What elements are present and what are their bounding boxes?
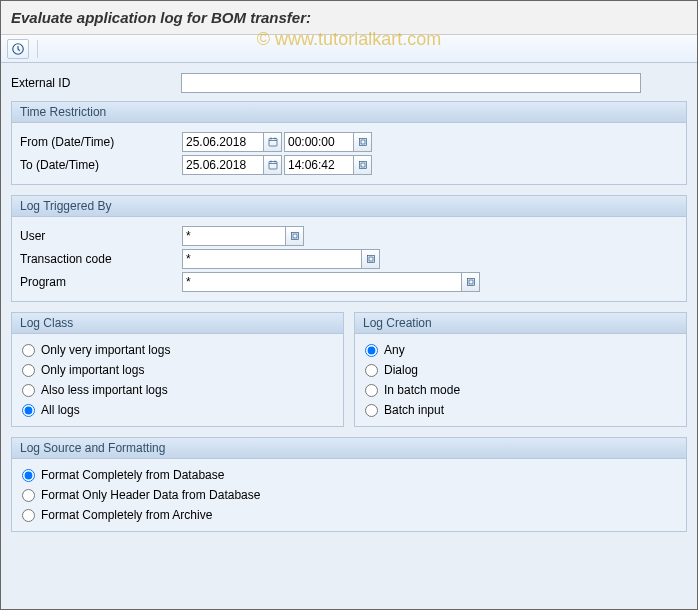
to-label: To (Date/Time) bbox=[20, 158, 182, 172]
log-creation-option: Dialog bbox=[363, 360, 678, 380]
content-area: External ID Time Restriction From (Date/… bbox=[1, 63, 697, 609]
log-class-radio[interactable] bbox=[22, 404, 35, 417]
from-time-input[interactable] bbox=[284, 132, 354, 152]
log-creation-label: Dialog bbox=[384, 363, 418, 377]
log-source-title: Log Source and Formatting bbox=[12, 438, 686, 459]
calendar-icon bbox=[267, 136, 279, 148]
log-source-radio[interactable] bbox=[22, 469, 35, 482]
log-creation-radio[interactable] bbox=[365, 344, 378, 357]
log-source-group: Log Source and Formatting Format Complet… bbox=[11, 437, 687, 532]
program-input[interactable] bbox=[182, 272, 462, 292]
log-class-option: Also less important logs bbox=[20, 380, 335, 400]
execute-icon bbox=[11, 42, 25, 56]
from-date-picker[interactable] bbox=[264, 132, 282, 152]
user-value-help[interactable] bbox=[286, 226, 304, 246]
to-time-picker[interactable] bbox=[354, 155, 372, 175]
log-triggered-by-group: Log Triggered By User Transaction code P… bbox=[11, 195, 687, 302]
log-class-radio[interactable] bbox=[22, 344, 35, 357]
svg-rect-10 bbox=[369, 257, 373, 261]
svg-rect-9 bbox=[367, 256, 374, 263]
tcode-input[interactable] bbox=[182, 249, 362, 269]
svg-rect-1 bbox=[269, 139, 277, 147]
log-creation-option: In batch mode bbox=[363, 380, 678, 400]
from-label: From (Date/Time) bbox=[20, 135, 182, 149]
user-label: User bbox=[20, 229, 182, 243]
log-source-radio[interactable] bbox=[22, 509, 35, 522]
svg-rect-2 bbox=[359, 139, 366, 146]
log-creation-radio[interactable] bbox=[365, 384, 378, 397]
value-help-icon bbox=[365, 253, 377, 265]
log-creation-group: Log Creation AnyDialogIn batch modeBatch… bbox=[354, 312, 687, 427]
page-title: Evaluate application log for BOM transfe… bbox=[1, 1, 697, 35]
tcode-label: Transaction code bbox=[20, 252, 182, 266]
log-class-label: All logs bbox=[41, 403, 80, 417]
value-help-icon bbox=[357, 159, 369, 171]
log-creation-title: Log Creation bbox=[355, 313, 686, 334]
log-class-label: Also less important logs bbox=[41, 383, 168, 397]
svg-rect-6 bbox=[361, 163, 365, 167]
svg-rect-8 bbox=[293, 234, 297, 238]
time-restriction-title: Time Restriction bbox=[12, 102, 686, 123]
value-help-icon bbox=[465, 276, 477, 288]
log-source-option: Format Completely from Archive bbox=[20, 505, 678, 525]
log-class-label: Only important logs bbox=[41, 363, 144, 377]
external-id-label: External ID bbox=[11, 76, 181, 90]
log-creation-option: Batch input bbox=[363, 400, 678, 420]
log-creation-radio[interactable] bbox=[365, 404, 378, 417]
user-input[interactable] bbox=[182, 226, 286, 246]
to-time-input[interactable] bbox=[284, 155, 354, 175]
log-class-radio[interactable] bbox=[22, 364, 35, 377]
svg-rect-11 bbox=[467, 279, 474, 286]
log-class-group: Log Class Only very important logsOnly i… bbox=[11, 312, 344, 427]
log-creation-radio[interactable] bbox=[365, 364, 378, 377]
time-restriction-group: Time Restriction From (Date/Time) To (Da… bbox=[11, 101, 687, 185]
from-date-input[interactable] bbox=[182, 132, 264, 152]
from-time-picker[interactable] bbox=[354, 132, 372, 152]
toolbar-separator bbox=[37, 40, 38, 58]
log-class-option: Only important logs bbox=[20, 360, 335, 380]
log-triggered-by-title: Log Triggered By bbox=[12, 196, 686, 217]
tcode-value-help[interactable] bbox=[362, 249, 380, 269]
svg-rect-12 bbox=[469, 280, 473, 284]
svg-rect-5 bbox=[359, 162, 366, 169]
log-class-option: All logs bbox=[20, 400, 335, 420]
svg-rect-4 bbox=[269, 162, 277, 170]
value-help-icon bbox=[357, 136, 369, 148]
log-source-label: Format Only Header Data from Database bbox=[41, 488, 260, 502]
svg-rect-3 bbox=[361, 140, 365, 144]
log-creation-label: In batch mode bbox=[384, 383, 460, 397]
program-label: Program bbox=[20, 275, 182, 289]
to-date-picker[interactable] bbox=[264, 155, 282, 175]
log-class-option: Only very important logs bbox=[20, 340, 335, 360]
log-source-option: Format Completely from Database bbox=[20, 465, 678, 485]
svg-rect-7 bbox=[291, 233, 298, 240]
log-creation-label: Batch input bbox=[384, 403, 444, 417]
log-class-label: Only very important logs bbox=[41, 343, 170, 357]
to-date-input[interactable] bbox=[182, 155, 264, 175]
execute-button[interactable] bbox=[7, 39, 29, 59]
external-id-row: External ID bbox=[11, 73, 687, 93]
log-source-label: Format Completely from Archive bbox=[41, 508, 212, 522]
log-class-radio[interactable] bbox=[22, 384, 35, 397]
toolbar bbox=[1, 35, 697, 63]
program-value-help[interactable] bbox=[462, 272, 480, 292]
log-creation-option: Any bbox=[363, 340, 678, 360]
log-class-title: Log Class bbox=[12, 313, 343, 334]
log-source-option: Format Only Header Data from Database bbox=[20, 485, 678, 505]
log-creation-label: Any bbox=[384, 343, 405, 357]
calendar-icon bbox=[267, 159, 279, 171]
log-source-radio[interactable] bbox=[22, 489, 35, 502]
external-id-input[interactable] bbox=[181, 73, 641, 93]
log-source-label: Format Completely from Database bbox=[41, 468, 224, 482]
value-help-icon bbox=[289, 230, 301, 242]
